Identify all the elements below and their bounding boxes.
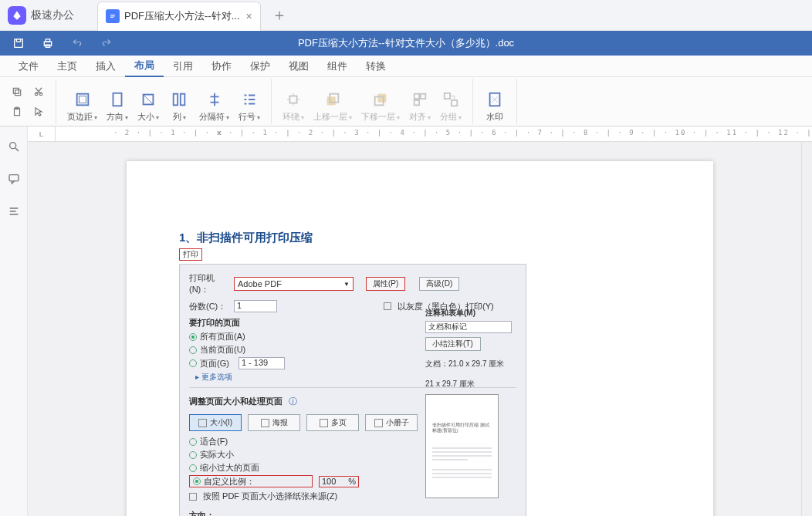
- radio-page-range[interactable]: [189, 359, 197, 367]
- seg-poster[interactable]: 海报: [248, 414, 300, 431]
- print-badge: 打印: [179, 248, 202, 261]
- radio-fit[interactable]: [189, 438, 197, 446]
- svg-rect-27: [414, 100, 419, 105]
- app-name: 极速办公: [31, 8, 74, 22]
- print-button[interactable]: [37, 34, 59, 52]
- svg-rect-29: [452, 100, 457, 106]
- custom-scale-input[interactable]: 100%: [319, 476, 359, 487]
- comments-forms-select[interactable]: 文档和标记: [425, 321, 512, 333]
- ribbon-icon-页边距: [74, 91, 91, 108]
- svg-rect-4: [16, 39, 20, 42]
- dialog-right-pane: 注释和表单(M) 文档和标记 小结注释(T) 文档：21.0 x 29.7 厘米…: [425, 308, 519, 498]
- menu-协作[interactable]: 协作: [202, 56, 241, 76]
- ribbon-icon-方向: [109, 91, 126, 108]
- select-icon[interactable]: [31, 104, 46, 120]
- svg-rect-19: [181, 94, 185, 106]
- print-dialog: 打印机(N)： Adobe PDF▼ 属性(P) 高级(D) 份数(C)： 1 …: [179, 264, 526, 516]
- ribbon-页边距[interactable]: 页边距: [63, 88, 102, 124]
- svg-rect-0: [110, 15, 115, 15]
- paper-source-checkbox[interactable]: [189, 493, 197, 501]
- ribbon-icon-行号: [241, 91, 258, 108]
- page-range-input[interactable]: 1 - 139: [239, 357, 285, 369]
- new-tab-button[interactable]: ＋: [272, 5, 287, 25]
- headings-icon[interactable]: [6, 204, 22, 219]
- paper-size-label: 21 x 29.7 厘米: [425, 379, 519, 390]
- ribbon-icon-上移一层: [324, 91, 341, 108]
- seg-booklet[interactable]: 小册子: [365, 414, 418, 431]
- ribbon-icon-分组: [442, 91, 459, 108]
- grayscale-checkbox[interactable]: [384, 302, 391, 310]
- tab-close-button[interactable]: ×: [246, 10, 252, 22]
- copies-label: 份数(C)：: [189, 301, 231, 312]
- ribbon-列[interactable]: 列: [164, 88, 195, 124]
- doc-type-icon: [106, 9, 120, 23]
- printer-select[interactable]: Adobe PDF▼: [234, 277, 354, 291]
- menu-保护[interactable]: 保护: [241, 56, 279, 76]
- tab-title: PDF压缩大小方法--针对...: [124, 9, 240, 23]
- ribbon-水印[interactable]: 水印: [479, 88, 510, 124]
- ribbon-group-page: 页边距方向大小列分隔符行号: [56, 79, 272, 124]
- undo-button[interactable]: [66, 34, 88, 52]
- ribbon-行号[interactable]: 行号: [234, 88, 265, 124]
- radio-current-page[interactable]: [189, 346, 197, 354]
- search-icon[interactable]: [6, 139, 22, 154]
- ribbon-group-clipboard: [0, 79, 56, 124]
- ribbon-icon-列: [171, 91, 188, 108]
- save-button[interactable]: [8, 34, 29, 52]
- copy-icon[interactable]: [9, 84, 25, 99]
- seg-size[interactable]: 大小(I): [189, 414, 242, 431]
- ribbon-分隔符[interactable]: 分隔符: [195, 88, 234, 124]
- svg-rect-32: [9, 175, 19, 181]
- menu-组件[interactable]: 组件: [318, 56, 357, 76]
- ruler-ticks: · 2 · | · 1 · | · 𝘅 · | · 1 · | · 2 · | …: [113, 129, 812, 137]
- title-bar: 极速办公 PDF压缩大小方法--针对... × ＋: [0, 0, 812, 31]
- copies-input[interactable]: 1: [234, 300, 277, 312]
- document-tab[interactable]: PDF压缩大小方法--针对... ×: [97, 2, 261, 31]
- left-tool-panel: [0, 126, 28, 516]
- horizontal-ruler: · 2 · | · 1 · | · 𝘅 · | · 1 · | · 2 · | …: [56, 126, 812, 142]
- svg-rect-25: [414, 94, 419, 99]
- ribbon-icon-大小: [140, 91, 157, 108]
- svg-rect-26: [421, 94, 425, 99]
- ribbon-group-watermark: 水印: [473, 79, 517, 124]
- comments-icon[interactable]: [6, 171, 22, 187]
- menu-布局[interactable]: 布局: [125, 56, 164, 77]
- ribbon-icon-水印: [486, 91, 503, 108]
- advanced-button[interactable]: 高级(D): [419, 277, 459, 291]
- svg-rect-15: [79, 96, 86, 103]
- svg-rect-1: [110, 16, 115, 17]
- menu-视图[interactable]: 视图: [279, 56, 318, 76]
- menu-引用[interactable]: 引用: [164, 56, 202, 76]
- radio-all-pages[interactable]: [189, 333, 197, 341]
- redo-button[interactable]: [96, 34, 117, 52]
- ribbon-icon-对齐: [411, 91, 428, 108]
- ribbon-分组: 分组: [435, 88, 466, 124]
- ribbon-对齐: 对齐: [404, 88, 435, 124]
- svg-rect-2: [110, 17, 113, 18]
- cut-icon[interactable]: [31, 84, 46, 99]
- menu-文件[interactable]: 文件: [9, 56, 48, 76]
- menu-插入[interactable]: 插入: [86, 56, 125, 76]
- menu-转换[interactable]: 转换: [357, 56, 395, 76]
- properties-button[interactable]: 属性(P): [366, 277, 405, 291]
- svg-rect-20: [289, 96, 296, 103]
- svg-point-31: [9, 143, 15, 149]
- ribbon-icon-分隔符: [206, 91, 223, 108]
- radio-actual[interactable]: [189, 451, 197, 459]
- ribbon-group-arrange: 环绕上移一层下移一层对齐分组: [272, 79, 473, 124]
- printer-label: 打印机(N)：: [189, 272, 231, 295]
- ruler-corner: L: [28, 126, 56, 142]
- summarize-comments-button[interactable]: 小结注释(T): [425, 337, 481, 351]
- quick-access-toolbar: PDF压缩大小方法--针对文件大小（多少兆）.doc: [0, 31, 812, 56]
- custom-scale-option[interactable]: 自定义比例：: [189, 475, 313, 487]
- info-icon[interactable]: ⓘ: [289, 396, 297, 407]
- seg-multi[interactable]: 多页: [306, 414, 359, 431]
- vertical-scrollbar[interactable]: [801, 142, 812, 516]
- radio-shrink[interactable]: [189, 464, 197, 472]
- svg-rect-8: [15, 90, 21, 96]
- ribbon-下移一层: 下移一层: [357, 88, 404, 124]
- ribbon-方向[interactable]: 方向: [102, 88, 133, 124]
- ribbon-大小[interactable]: 大小: [133, 88, 164, 124]
- menu-主页[interactable]: 主页: [48, 56, 86, 76]
- paste-icon[interactable]: [9, 104, 25, 120]
